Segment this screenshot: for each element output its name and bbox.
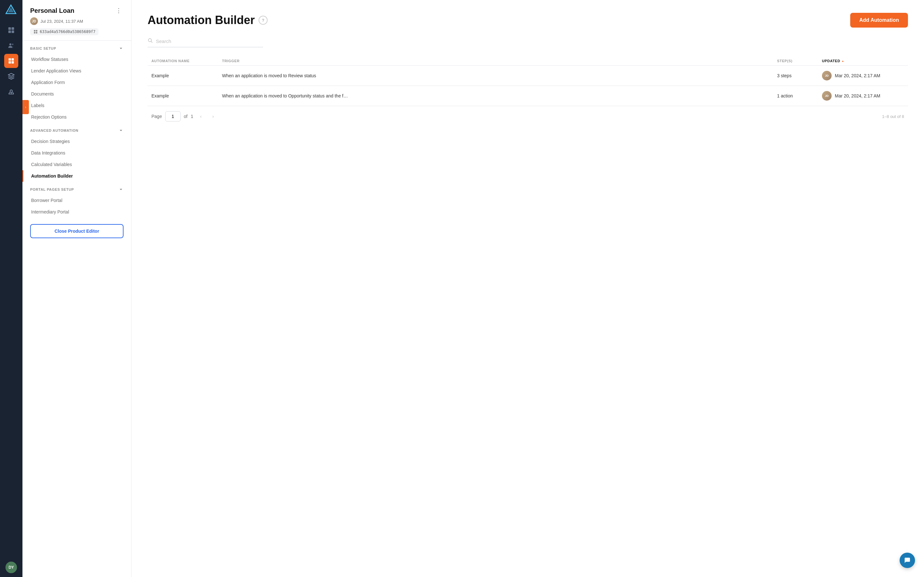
app-logo[interactable] (5, 4, 18, 17)
help-icon[interactable]: ? (258, 16, 268, 25)
add-automation-button[interactable]: Add Automation (850, 13, 908, 27)
nav-item-workflow-statuses[interactable]: Workflow Statuses (23, 53, 131, 65)
left-panel: Personal Loan ⋮ JD Jul 23, 2024, 11:37 A… (23, 0, 132, 577)
row2-trigger: When an application is moved to Opportun… (218, 93, 773, 98)
row1-name: Example (148, 73, 218, 78)
pagination-prev-button[interactable]: ‹ (196, 112, 205, 121)
nav-item-borrower-portal[interactable]: Borrower Portal (23, 195, 131, 206)
svg-rect-5 (11, 31, 14, 33)
row1-updated-date: Mar 20, 2024, 2:17 AM (835, 73, 880, 78)
basic-setup-section: BASIC SETUP Workflow Statuses Lender App… (23, 41, 131, 123)
basic-setup-header[interactable]: BASIC SETUP (23, 41, 131, 53)
nav-item-decision-strategies[interactable]: Decision Strategies (23, 135, 131, 147)
portal-pages-label: PORTAL PAGES SETUP (30, 187, 74, 191)
product-more-button[interactable]: ⋮ (114, 6, 124, 15)
main-content: Automation Builder ? Add Automation AUTO… (132, 0, 924, 577)
page-count: 1–8 out of 8 (882, 114, 904, 119)
row1-trigger: When an application is moved to Review s… (218, 73, 773, 78)
product-id-badge[interactable]: 633ad4a5766d0a53865689f7 (30, 28, 99, 35)
th-steps: STEP(S) (773, 59, 818, 63)
sidebar-collapse-btn[interactable]: › (23, 100, 29, 114)
nav-item-data-integrations[interactable]: Data Integrations (23, 147, 131, 159)
search-container (148, 38, 263, 47)
th-automation-name: AUTOMATION NAME (148, 59, 218, 63)
nav-item-documents[interactable]: Documents (23, 88, 131, 100)
nav-icon-cube[interactable] (4, 69, 18, 83)
svg-point-6 (9, 43, 11, 45)
search-input[interactable] (156, 39, 263, 44)
help-question-mark: ? (262, 18, 264, 23)
total-pages: 1 (191, 114, 193, 119)
nav-item-application-form[interactable]: Application Form (23, 77, 131, 88)
row2-name: Example (148, 93, 218, 98)
svg-rect-9 (11, 58, 14, 61)
table-row[interactable]: Example When an application is moved to … (148, 86, 908, 106)
row2-steps: 1 action (773, 93, 818, 98)
page-number-input[interactable]: 1 (165, 111, 181, 121)
page-title-group: Automation Builder ? (148, 13, 268, 27)
nav-item-intermediary-portal[interactable]: Intermediary Portal (23, 206, 131, 218)
search-icon (148, 38, 153, 44)
advanced-automation-label: ADVANCED AUTOMATION (30, 129, 78, 132)
portal-pages-header[interactable]: PORTAL PAGES SETUP (23, 182, 131, 195)
close-product-editor-button[interactable]: Close Product Editor (30, 224, 124, 238)
th-updated[interactable]: UPDATED (818, 59, 908, 63)
svg-rect-14 (36, 30, 37, 31)
table-row[interactable]: Example When an application is moved to … (148, 66, 908, 86)
row1-user-avatar: JD (822, 71, 832, 81)
product-user-avatar: JD (30, 17, 38, 25)
of-label: of (184, 114, 188, 119)
nav-item-labels[interactable]: Labels (23, 100, 131, 111)
nav-item-automation-builder[interactable]: Automation Builder (23, 170, 131, 182)
svg-rect-4 (8, 31, 11, 33)
svg-rect-13 (34, 30, 35, 31)
svg-rect-2 (8, 27, 11, 30)
svg-point-12 (10, 90, 12, 92)
product-id: 633ad4a5766d0a53865689f7 (40, 29, 95, 34)
pagination: Page 1 of 1 ‹ › 1–8 out of 8 (148, 106, 908, 127)
user-avatar-bottom[interactable]: DY (5, 562, 17, 573)
row1-steps: 3 steps (773, 73, 818, 78)
basic-setup-label: BASIC SETUP (30, 47, 56, 50)
row2-updated: JD Mar 20, 2024, 2:17 AM (818, 91, 908, 101)
nav-icon-pin[interactable] (4, 85, 18, 99)
page-title: Automation Builder (148, 13, 255, 27)
nav-item-lender-application-views[interactable]: Lender Application Views (23, 65, 131, 77)
nav-icon-product[interactable] (4, 54, 18, 68)
svg-rect-11 (11, 61, 14, 63)
advanced-automation-header[interactable]: ADVANCED AUTOMATION (23, 123, 131, 135)
nav-icon-users[interactable] (4, 39, 18, 53)
table-header: AUTOMATION NAME TRIGGER STEP(S) UPDATED (148, 56, 908, 66)
portal-pages-section: PORTAL PAGES SETUP Borrower Portal Inter… (23, 182, 131, 218)
page-header: Automation Builder ? Add Automation (148, 13, 908, 27)
th-trigger: TRIGGER (218, 59, 773, 63)
svg-rect-10 (9, 61, 11, 63)
product-header: Personal Loan ⋮ JD Jul 23, 2024, 11:37 A… (23, 0, 131, 41)
row2-user-avatar: JD (822, 91, 832, 101)
nav-item-calculated-variables[interactable]: Calculated Variables (23, 159, 131, 170)
svg-rect-8 (9, 58, 11, 61)
product-date: Jul 23, 2024, 11:37 AM (40, 19, 83, 24)
svg-rect-15 (34, 32, 35, 33)
svg-rect-3 (11, 27, 14, 30)
row2-updated-date: Mar 20, 2024, 2:17 AM (835, 93, 880, 98)
nav-item-rejection-options[interactable]: Rejection Options (23, 111, 131, 123)
pagination-left: Page 1 of 1 ‹ › (152, 111, 218, 121)
chat-button[interactable] (900, 553, 915, 568)
automation-table: AUTOMATION NAME TRIGGER STEP(S) UPDATED … (148, 56, 908, 127)
svg-point-17 (148, 39, 152, 42)
product-meta: JD Jul 23, 2024, 11:37 AM (30, 17, 124, 25)
pagination-next-button[interactable]: › (208, 112, 218, 121)
advanced-automation-section: ADVANCED AUTOMATION Decision Strategies … (23, 123, 131, 182)
svg-point-7 (12, 44, 13, 45)
icon-sidebar: › DY (0, 0, 23, 577)
page-label: Page (152, 114, 162, 119)
svg-rect-16 (36, 32, 37, 33)
product-title: Personal Loan (30, 7, 74, 15)
row1-updated: JD Mar 20, 2024, 2:17 AM (818, 71, 908, 81)
nav-icon-grid[interactable] (4, 23, 18, 37)
